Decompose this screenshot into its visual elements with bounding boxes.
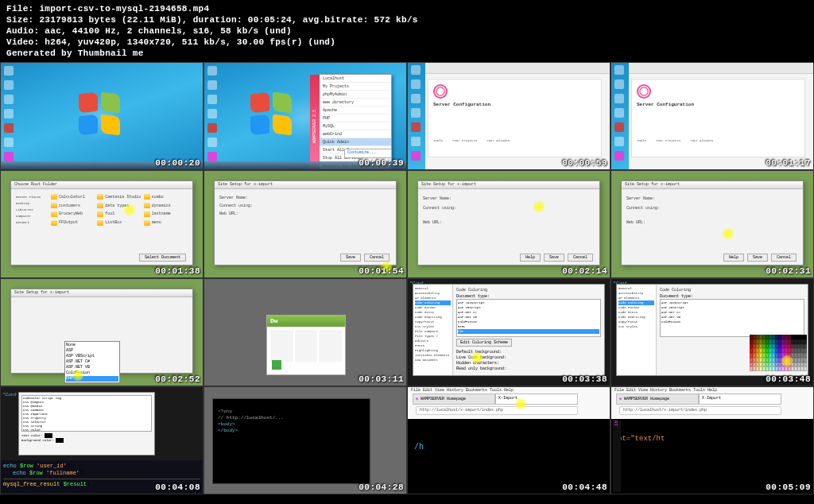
browser-tab[interactable]: ◉ WAMPSERVER Homepage [616,394,699,405]
browser-tab[interactable]: ◉ WAMPSERVER Homepage [413,394,495,405]
wamp-logo-icon [433,84,448,99]
color-picker[interactable] [750,335,807,371]
windows-logo-icon [79,93,123,138]
thumb-7: Site Setup for x-import Server Name:Conn… [407,170,610,278]
cursor-highlight-icon [471,352,483,363]
thumb-14: <?php // http://localhost/... <body> </b… [204,386,407,494]
thumb-4: Server Configuration ToolsYour ProjectsY… [610,62,814,170]
thumb-2: WAMPSERVER 2.5 LocalhostMy Projects phpM… [204,62,407,170]
thumb-11: "Cont GeneralAccessibilityAP Elements Co… [407,278,610,386]
windows-logo-icon [250,93,295,138]
cursor-highlight-icon [124,204,135,215]
thumb-13: "Cont CodeColor Script TagCSS @importCSS… [0,386,204,494]
thumb-12: "Cont GeneralAccessibilityAP Elements Co… [610,278,814,386]
cursor-highlight-icon [781,355,793,366]
cursor-highlight-icon [723,228,734,239]
thumb-6: Site Setup for x-import Server Name: Con… [204,170,407,278]
thumb-10: Dw 00:03:11 [204,278,407,386]
wamp-logo-icon [637,84,651,99]
timestamp: 00:00:20 [155,158,200,168]
browser-tab[interactable]: X-Import [699,394,781,405]
thumbnail-grid: 00:00:20 WAMPSERVER 2.5 LocalhostMy Proj… [0,62,814,494]
thumbnail-header: File: import-csv-to-mysql-2194658.mp4 Si… [0,0,814,62]
thumb-16: File Edit View History Bookmarks Tools H… [610,386,814,494]
thumb-3: Server Configuration ToolsYour ProjectsY… [407,62,610,170]
url-bar[interactable]: http://localhost/x-import/index.php [416,406,578,415]
browser-tab[interactable]: X-Import [495,394,578,405]
thumb-8: Site Setup for x-import Server Name:Conn… [610,170,814,278]
thumb-15: File Edit View History Bookmarks Tools H… [407,386,610,494]
thumb-9: Site Setup for x-import NoneASPASP VBScr… [0,278,204,386]
dreamweaver-welcome: Dw [266,315,346,375]
url-bar[interactable]: http://localhost/x-import/index.php [619,406,781,415]
cursor-highlight-icon [533,201,545,212]
thumb-5: Choose Root Folder Recent PlacesDesktopL… [0,170,204,278]
cursor-highlight-icon [515,398,526,409]
thumb-1: 00:00:20 [0,62,204,170]
cursor-highlight-icon [72,370,83,381]
